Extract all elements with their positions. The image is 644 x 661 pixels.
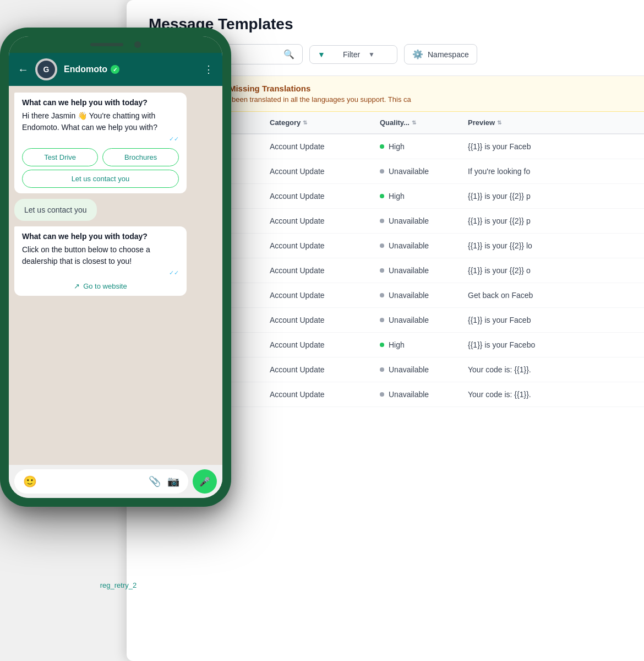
cell-preview: {{1}} is your Facebo bbox=[468, 340, 622, 349]
message-bubble-2: What can we help you with today? Click o… bbox=[14, 226, 187, 296]
chat-input-box[interactable]: 🙂 📎 📷 bbox=[14, 469, 188, 494]
quality-dot bbox=[380, 194, 384, 198]
back-arrow-icon[interactable]: ← bbox=[18, 63, 29, 76]
chat-input-left-icons: 🙂 bbox=[23, 475, 37, 488]
cell-category: Account Update bbox=[270, 340, 380, 349]
phone-notch bbox=[9, 36, 222, 53]
message-bubble-1: What can we help you with today? Hi ther… bbox=[14, 93, 187, 193]
th-category: Category ⇅ bbox=[270, 118, 380, 127]
quality-dot bbox=[380, 318, 384, 322]
camera-icon[interactable]: 📷 bbox=[167, 475, 179, 487]
cell-preview: {{1}} is your {{2}} o bbox=[468, 266, 622, 275]
cell-preview: Your code is: {{1}}. bbox=[468, 390, 622, 399]
video-call-icon[interactable]: ⋮ bbox=[204, 63, 214, 75]
filter-icon: ▼ bbox=[318, 50, 339, 59]
chat-input-area: 🙂 📎 📷 🎤 bbox=[9, 465, 222, 498]
message-1-tick: ✓✓ bbox=[22, 136, 179, 143]
cell-quality: Unavailable bbox=[380, 390, 468, 399]
cell-category: Account Update bbox=[270, 266, 380, 275]
message-1-title: What can we help you with today? bbox=[22, 98, 179, 107]
avatar: G bbox=[35, 58, 57, 80]
test-drive-button[interactable]: Test Drive bbox=[22, 148, 98, 166]
cell-quality: High bbox=[380, 192, 468, 201]
cell-preview: {{1}} is your Faceb bbox=[468, 316, 622, 324]
chat-header-icons: ⋮ bbox=[204, 63, 214, 75]
phone-screen: ← G Endomoto ✓ ⋮ What can we h bbox=[9, 36, 222, 498]
verified-badge: ✓ bbox=[111, 65, 119, 74]
mic-button[interactable]: 🎤 bbox=[193, 469, 217, 494]
quality-dot bbox=[380, 293, 384, 297]
brochures-button[interactable]: Brochures bbox=[102, 148, 178, 166]
quick-replies-1: Test Drive Brochures bbox=[22, 148, 179, 166]
bottom-label: reg_retry_2 bbox=[100, 581, 137, 589]
user-message-1: Let us contact you bbox=[14, 199, 97, 221]
cell-preview: {{1}} is your Faceb bbox=[468, 142, 622, 151]
cell-preview: {{1}} is your {{2}} p bbox=[468, 192, 622, 201]
cell-preview: If you're looking fo bbox=[468, 167, 622, 176]
go-to-website-link[interactable]: ↗ Go to website bbox=[22, 282, 179, 290]
th-quality: Quality... ⇅ bbox=[380, 118, 468, 127]
filter-label: Filter bbox=[343, 50, 364, 59]
cell-quality: Unavailable bbox=[380, 316, 468, 324]
emoji-icon[interactable]: 🙂 bbox=[23, 475, 37, 488]
message-2-tick: ✓✓ bbox=[22, 269, 179, 277]
namespace-dropdown[interactable]: ⚙️ Namespace bbox=[404, 44, 477, 64]
sort-quality-icon[interactable]: ⇅ bbox=[412, 120, 416, 126]
cell-category: Account Update bbox=[270, 167, 380, 176]
let-us-contact-button[interactable]: Let us contact you bbox=[22, 170, 179, 188]
filter-dropdown[interactable]: ▼ Filter ▼ bbox=[309, 45, 397, 64]
cell-category: Account Update bbox=[270, 142, 380, 151]
cell-category: Account Update bbox=[270, 365, 380, 374]
cell-category: Account Update bbox=[270, 316, 380, 324]
quality-dot bbox=[380, 243, 384, 248]
cell-preview: Get back on Faceb bbox=[468, 291, 622, 300]
contact-name: Endomoto ✓ bbox=[64, 64, 197, 74]
avatar-logo: G bbox=[37, 61, 55, 78]
message-2-title: What can we help you with today? bbox=[22, 232, 179, 241]
quality-dot bbox=[380, 268, 384, 273]
attachment-icon[interactable]: 📎 bbox=[149, 475, 161, 487]
th-preview: Preview ⇅ bbox=[468, 118, 622, 127]
quality-dot bbox=[380, 219, 384, 223]
cell-quality: High bbox=[380, 142, 468, 151]
mic-icon: 🎤 bbox=[199, 476, 210, 487]
cell-category: Account Update bbox=[270, 241, 380, 250]
sort-preview-icon[interactable]: ⇅ bbox=[497, 120, 501, 126]
cell-quality: Unavailable bbox=[380, 216, 468, 225]
cell-preview: {{1}} is your {{2}} p bbox=[468, 216, 622, 225]
cell-preview: {{1}} is your {{2}} lo bbox=[468, 241, 622, 250]
cell-category: Account Update bbox=[270, 216, 380, 225]
quality-dot bbox=[380, 392, 384, 397]
cell-category: Account Update bbox=[270, 291, 380, 300]
message-1-text: Hi there Jasmin 👋 You're chatting with E… bbox=[22, 110, 179, 133]
chat-input-right-icons: 📎 📷 bbox=[149, 475, 179, 487]
speaker bbox=[90, 43, 123, 46]
chat-header-info: Endomoto ✓ bbox=[64, 64, 197, 74]
cell-category: Account Update bbox=[270, 192, 380, 201]
namespace-label: Namespace bbox=[428, 50, 469, 59]
chevron-down-icon: ▼ bbox=[368, 51, 389, 58]
cell-quality: Unavailable bbox=[380, 241, 468, 250]
cell-quality: Unavailable bbox=[380, 266, 468, 275]
search-icon: 🔍 bbox=[283, 49, 294, 59]
message-2-text: Click on the button below to choose a de… bbox=[22, 244, 179, 267]
quality-dot bbox=[380, 144, 384, 149]
external-link-icon: ↗ bbox=[74, 282, 80, 290]
quality-dot bbox=[380, 343, 384, 347]
phone-mockup: ← G Endomoto ✓ ⋮ What can we h bbox=[0, 28, 237, 606]
quality-dot bbox=[380, 367, 384, 372]
camera bbox=[134, 41, 141, 48]
quality-dot bbox=[380, 169, 384, 174]
phone-body: ← G Endomoto ✓ ⋮ What can we h bbox=[0, 28, 231, 507]
chat-header: ← G Endomoto ✓ ⋮ bbox=[9, 53, 222, 86]
cell-category: Account Update bbox=[270, 390, 380, 399]
cell-quality: Unavailable bbox=[380, 291, 468, 300]
sort-category-icon[interactable]: ⇅ bbox=[303, 120, 307, 126]
cell-quality: Unavailable bbox=[380, 365, 468, 374]
cell-preview: Your code is: {{1}}. bbox=[468, 365, 622, 374]
chat-messages: What can we help you with today? Hi ther… bbox=[9, 86, 222, 465]
cell-quality: High bbox=[380, 340, 468, 349]
cell-quality: Unavailable bbox=[380, 167, 468, 176]
gear-icon: ⚙️ bbox=[412, 49, 423, 59]
